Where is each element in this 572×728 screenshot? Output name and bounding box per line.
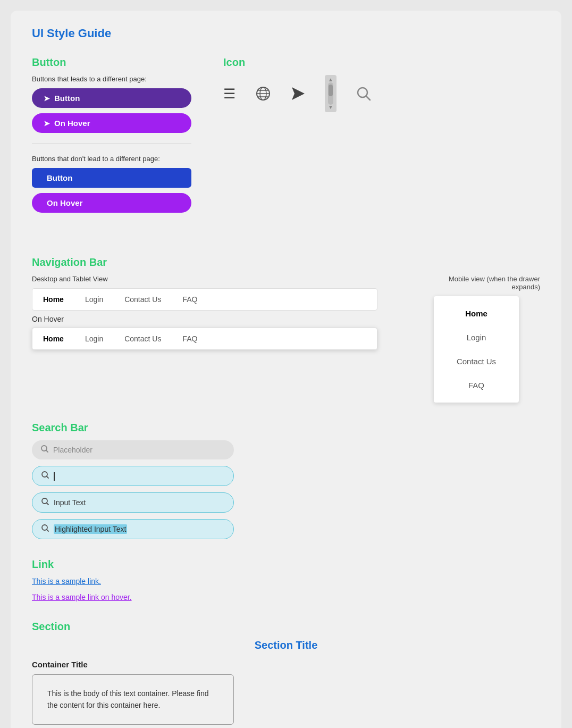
button-heading: Button	[32, 56, 191, 69]
nav-item-faq-1[interactable]: FAQ	[182, 295, 197, 304]
button-leads-primary[interactable]: ➤ Button	[32, 88, 191, 108]
mobile-nav-drawer: Home Login Contact Us FAQ	[434, 296, 519, 403]
page-title: UI Style Guide	[32, 27, 540, 40]
navbar-heading: Navigation Bar	[32, 256, 540, 269]
search-bar-placeholder[interactable]: Placeholder	[32, 440, 234, 459]
button-leads-hover[interactable]: ➤ On Hover	[32, 113, 191, 133]
search-icon-4	[41, 524, 49, 534]
button-icon-row: Button Buttons that leads to a different…	[32, 56, 540, 237]
nav-item-home-2[interactable]: Home	[43, 334, 64, 343]
icon-section: Icon ☰	[223, 56, 540, 218]
on-hover-nav-label: On Hover	[32, 315, 402, 323]
nav-item-contact-1[interactable]: Contact Us	[124, 295, 161, 304]
nav-bar-normal: Home Login Contact Us FAQ	[32, 288, 377, 311]
button-no-leads-hover[interactable]: On Hover	[32, 193, 191, 213]
svg-line-15	[47, 530, 49, 532]
send-icon[interactable]	[291, 86, 306, 101]
mobile-nav-faq[interactable]: FAQ	[434, 373, 519, 397]
sample-link-hover[interactable]: This is a sample link on hover.	[32, 593, 540, 601]
leads-label: Buttons that leads to a different page:	[32, 75, 191, 83]
no-leads-label: Buttons that don't lead to a different p…	[32, 155, 191, 163]
search-magnify-icon[interactable]	[356, 86, 372, 102]
container-title: Container Title	[32, 660, 540, 669]
nav-item-login-2[interactable]: Login	[85, 334, 103, 343]
navbar-section: Navigation Bar Desktop and Tablet View H…	[32, 256, 540, 403]
search-icon-3	[41, 497, 49, 508]
svg-line-13	[47, 503, 49, 505]
mobile-nav-home[interactable]: Home	[434, 302, 519, 325]
nav-desktop-area: Desktop and Tablet View Home Login Conta…	[32, 275, 402, 354]
svg-line-11	[47, 476, 49, 479]
nav-with-mobile: Desktop and Tablet View Home Login Conta…	[32, 275, 540, 403]
arrow-icon-2: ➤	[44, 119, 50, 128]
search-cursor-area	[54, 471, 225, 480]
svg-marker-5	[292, 87, 305, 100]
search-highlighted-text: Highlighted Input Text	[54, 525, 225, 533]
highlighted-text-span: Highlighted Input Text	[54, 524, 127, 534]
mobile-nav-login[interactable]: Login	[434, 325, 519, 349]
svg-line-9	[46, 450, 48, 453]
nav-bar-hover: Home Login Contact Us FAQ	[32, 328, 377, 350]
search-placeholder-text: Placeholder	[53, 446, 225, 454]
nav-item-login-1[interactable]: Login	[85, 295, 103, 304]
svg-line-7	[366, 96, 371, 101]
text-container-body: This is the body of this text container.…	[47, 688, 218, 712]
search-bar-input[interactable]: Input Text	[32, 492, 234, 513]
search-bar-focused[interactable]	[32, 466, 234, 486]
search-section: Search Bar Placeholder	[32, 422, 540, 539]
search-icon-2	[41, 471, 49, 481]
button-section: Button Buttons that leads to a different…	[32, 56, 191, 218]
cursor	[54, 472, 55, 481]
divider-1	[32, 144, 191, 144]
section-demo: Section Section Title Container Title Th…	[32, 621, 540, 725]
hamburger-icon[interactable]: ☰	[223, 86, 235, 102]
nav-item-home-1[interactable]: Home	[43, 295, 64, 304]
scroll-up-arrow: ▲	[328, 77, 333, 82]
text-container-box: This is the body of this text container.…	[32, 674, 234, 725]
section-heading: Section	[32, 621, 540, 633]
sample-link[interactable]: This is a sample link.	[32, 577, 540, 585]
search-input-text: Input Text	[54, 498, 225, 507]
desktop-tablet-label: Desktop and Tablet View	[32, 275, 402, 283]
arrow-icon-1: ➤	[44, 94, 50, 103]
mobile-nav-label: Mobile view (when the drawer expands)	[434, 275, 540, 291]
search-heading: Search Bar	[32, 422, 540, 434]
scrollbar-icon[interactable]: ▲ ▼	[325, 75, 337, 112]
nav-item-faq-2[interactable]: FAQ	[182, 334, 197, 343]
icon-heading: Icon	[223, 56, 540, 69]
link-section: Link This is a sample link. This is a sa…	[32, 558, 540, 601]
mobile-nav-area: Mobile view (when the drawer expands) Ho…	[434, 275, 540, 403]
icons-row: ☰ ▲	[223, 75, 540, 112]
section-title-display: Section Title	[32, 639, 540, 651]
link-heading: Link	[32, 558, 540, 571]
page-container: UI Style Guide Button Buttons that leads…	[11, 11, 561, 728]
search-bar-highlighted[interactable]: Highlighted Input Text	[32, 519, 234, 539]
nav-item-contact-2[interactable]: Contact Us	[124, 334, 161, 343]
button-no-leads-primary[interactable]: Button	[32, 168, 191, 188]
scroll-down-arrow: ▼	[328, 105, 333, 110]
search-icon-1	[40, 445, 49, 455]
globe-icon[interactable]	[255, 85, 272, 102]
mobile-nav-contact[interactable]: Contact Us	[434, 349, 519, 373]
scroll-track	[328, 82, 333, 105]
scroll-thumb	[329, 85, 333, 96]
